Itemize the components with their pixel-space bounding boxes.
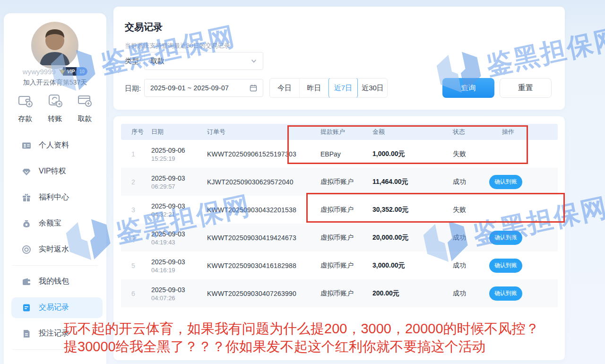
money-bag-icon [22,219,31,228]
sidebar-item-余额宝[interactable]: 余额宝 [4,210,106,236]
range-button-近30日[interactable]: 近30日 [358,78,387,97]
quick-action-label: 取款 [78,114,92,123]
column-header-提款账户: 提款账户 [320,128,345,136]
row-withdraw-account: 虚拟币账户 [320,206,354,214]
row-index: 2 [131,178,135,186]
bet-records-icon [22,329,31,338]
row-date: 2025-09-0304:16:19 [151,258,185,273]
sidebar-item-label: VIP特权 [39,166,66,176]
row-withdraw-account: 虚拟币账户 [320,234,354,242]
row-withdraw-account: EBPay [320,150,341,158]
confirm-receipt-button[interactable]: 确认到账 [489,259,522,273]
wallet-icon [22,277,31,286]
deposit-wallet-icon [17,93,34,111]
row-amount: 20,000.00元 [372,234,408,242]
column-header-金额: 金额 [372,128,385,136]
row-date: 2025-09-0304:07:26 [151,286,185,301]
row-status: 失败 [453,150,466,158]
confirm-receipt-button[interactable]: 确认到账 [489,175,522,189]
table-row: 5 2025-09-0304:16:19 KWWT202509030416182… [121,251,558,279]
type-select[interactable]: 取款 [144,52,263,70]
transaction-records-icon [22,303,31,312]
row-amount: 200.00元 [372,289,399,298]
withdraw-card-icon [77,93,93,111]
page-subtitle: 当前系统支持查询最近30日的交易记录 [125,42,230,50]
row-order-number: KWWT202509030419424673 [207,234,296,242]
gift-icon [22,193,31,202]
column-header-订单号: 订单号 [207,128,225,136]
row-status: 成功 [453,289,466,298]
table-body: 1 2025-09-0615:25:19 KWWT202509061525197… [121,140,558,307]
sidebar-item-个人资料[interactable]: 个人资料 [4,132,106,158]
sidebar-item-交易记录[interactable]: 交易记录 [4,295,106,321]
sidebar-item-label: 余额宝 [39,218,61,228]
divider [12,265,98,266]
vip-wings-icon [59,68,66,75]
row-withdraw-account: 虚拟币账户 [320,261,354,270]
row-status: 成功 [453,234,466,242]
confirm-receipt-button[interactable]: 确认到账 [489,286,522,301]
row-order-number: KWWT202509030432201538 [207,206,296,214]
quick-action-转账[interactable]: 转账 [47,93,63,123]
table-row: 6 2025-09-0304:07:26 KWWT202509030407263… [121,279,558,307]
reset-button[interactable]: 重置 [500,78,552,98]
column-header-操作: 操作 [502,128,514,136]
row-index: 5 [131,262,135,269]
quick-range-group: 今日昨日近7日近30日 [269,78,388,98]
avatar[interactable] [31,22,78,69]
sidebar-item-label: 福利中心 [39,192,69,202]
sidebar-item-VIP特权[interactable]: VIP特权 [4,158,106,184]
row-amount: 1,000.00元 [372,150,405,158]
quick-actions: 存款 转账 取款 [4,93,106,123]
table-header: 序号日期订单号提款账户金额状态操作 [121,124,558,140]
row-date: 2025-09-0306:29:57 [151,174,185,190]
page-title: 交易记录 [125,21,163,34]
search-button[interactable]: 查询 [442,78,494,98]
row-status: 失败 [453,206,466,214]
row-order-number: KWWT202509030416182988 [207,262,296,269]
row-date: 2025-09-0615:25:19 [151,146,185,162]
sidebar-item-label: 个人资料 [39,140,69,150]
row-date: 2025-09-0304:19:43 [151,230,185,245]
profile-card-icon [22,141,31,150]
column-header-状态: 状态 [453,128,465,136]
chevron-down-icon [251,58,257,64]
complaint-text-line2: 提30000给我全黑了？？？你如果发不起这个红利你就不要搞这个活动 [64,338,486,356]
sidebar-item-福利中心[interactable]: 福利中心 [4,184,106,210]
range-button-近7日[interactable]: 近7日 [328,78,358,98]
sidebar-item-我的钱包[interactable]: 我的钱包 [4,269,106,295]
range-button-昨日[interactable]: 昨日 [299,78,328,97]
table-row: 1 2025-09-0615:25:19 KWWT202509061525197… [121,140,558,168]
quick-action-label: 转账 [48,114,62,123]
range-button-今日[interactable]: 今日 [270,78,299,97]
quick-action-label: 存款 [18,114,33,123]
table-row: 4 2025-09-0304:19:43 KWWT202509030419424… [121,224,558,251]
username: wywy9999 [23,68,56,76]
row-status: 成功 [453,178,466,186]
calendar-icon [250,84,257,92]
row-order-number: KJWT202509030629572040 [207,178,294,186]
type-label: 类型: [125,57,141,66]
confirm-receipt-button[interactable]: 确认到账 [489,231,522,245]
row-amount: 11,464.00元 [372,178,408,186]
row-amount: 30,352.00元 [372,206,408,214]
quick-action-存款[interactable]: 存款 [17,93,34,123]
row-index: 6 [131,290,135,297]
date-range-value: 2025-09-01 ~ 2025-09-07 [150,84,250,92]
row-index: 1 [131,150,135,158]
vip-badge: VIP 10 [59,67,87,76]
vip-diamond-icon [22,167,31,176]
column-header-序号: 序号 [131,128,144,136]
quick-action-取款[interactable]: 取款 [77,93,93,123]
complaint-text-line1: 玩不起的开云体育，如果我有问题为什么提200，3000，20000的时候不风控？ [64,320,539,338]
joined-days-text: 加入开云体育第537天 [4,78,106,87]
row-withdraw-account: 虚拟币账户 [320,289,354,298]
row-amount: 3,000.00元 [372,261,405,270]
sidebar-item-实时返水[interactable]: 实时返水 [4,236,106,262]
date-range-picker[interactable]: 2025-09-01 ~ 2025-09-07 [144,79,263,97]
table-row: 3 2025-09-0304:32:21 KWWT202509030432201… [121,196,558,224]
row-index: 4 [131,234,135,242]
sidebar-item-label: 我的钱包 [39,277,69,286]
row-date: 2025-09-0304:32:21 [151,202,185,217]
column-header-日期: 日期 [151,128,164,136]
